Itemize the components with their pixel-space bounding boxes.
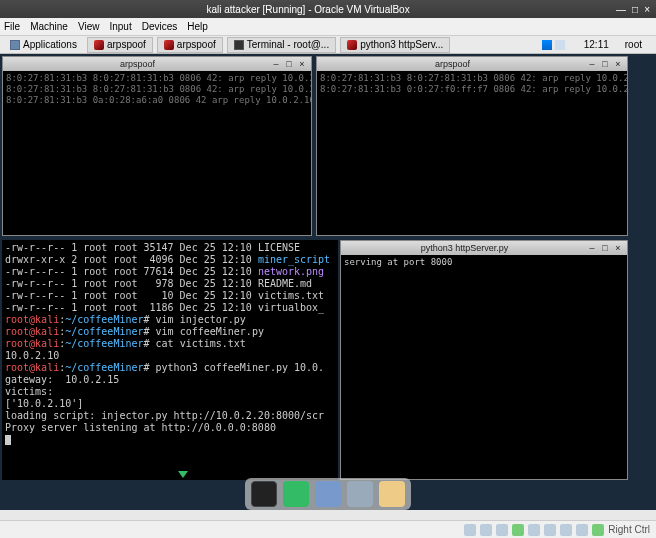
guest-desktop: arpspoof – □ × 8:0:27:81:31:b3 8:0:27:81… (0, 54, 656, 510)
minimize-button[interactable]: — (616, 4, 626, 15)
menu-machine[interactable]: Machine (30, 21, 68, 32)
dock-app-icon[interactable] (283, 481, 309, 507)
terminal-titlebar[interactable]: arpspoof – □ × (3, 57, 311, 71)
applications-label: Applications (23, 39, 77, 50)
vbox-mouse-icon[interactable] (592, 524, 604, 536)
terminal-title: python3 httpServer.py (345, 243, 584, 253)
close-button[interactable]: × (644, 4, 650, 15)
applications-icon (10, 40, 20, 50)
terminal-icon (234, 40, 244, 50)
terminal-output: 8:0:27:81:31:b3 8:0:27:81:31:b3 0806 42:… (3, 71, 311, 235)
cursor (5, 435, 11, 445)
taskbar-label: arpspoof (177, 39, 216, 50)
menu-devices[interactable]: Devices (142, 21, 178, 32)
vbox-audio-icon[interactable] (496, 524, 508, 536)
vbox-shared-icon[interactable] (544, 524, 556, 536)
terminal-httpserver[interactable]: python3 httpServer.py – □ × serving at p… (340, 240, 628, 480)
minimize-icon[interactable]: – (587, 243, 597, 253)
terminal-root-main[interactable]: -rw-r--r-- 1 root root 35147 Dec 25 12:1… (2, 240, 338, 480)
terminal-titlebar[interactable]: arpspoof – □ × (317, 57, 627, 71)
terminal-output: -rw-r--r-- 1 root root 35147 Dec 25 12:1… (2, 240, 338, 480)
terminal-output: serving at port 8000 (341, 255, 627, 479)
dock-terminal-icon[interactable] (251, 481, 277, 507)
guest-panel: Applications arpspoof arpspoof Terminal … (0, 36, 656, 54)
workspace-icon (542, 40, 552, 50)
workspace-icon (555, 40, 565, 50)
terminal-arpspoof-right[interactable]: arpspoof – □ × 8:0:27:81:31:b3 8:0:27:81… (316, 56, 628, 236)
maximize-icon[interactable]: □ (284, 59, 294, 69)
taskbar-item-terminal[interactable]: Terminal - root@... (227, 37, 336, 53)
vbox-optical-icon[interactable] (480, 524, 492, 536)
taskbar-item-arpspoof-2[interactable]: arpspoof (157, 37, 223, 53)
xterm-icon (94, 40, 104, 50)
taskbar-label: arpspoof (107, 39, 146, 50)
user-menu[interactable]: root (619, 37, 648, 53)
applications-menu[interactable]: Applications (4, 37, 83, 53)
user-label: root (625, 39, 642, 50)
vbox-disk-icon[interactable] (464, 524, 476, 536)
close-icon[interactable]: × (613, 243, 623, 253)
taskbar-item-arpspoof-1[interactable]: arpspoof (87, 37, 153, 53)
dock-files-icon[interactable] (315, 481, 341, 507)
maximize-button[interactable]: □ (632, 4, 638, 15)
vbox-usb-icon[interactable] (528, 524, 540, 536)
clock[interactable]: 12:11 (578, 37, 615, 53)
dock-indicator-icon (178, 471, 188, 478)
menu-view[interactable]: View (78, 21, 100, 32)
dock-notes-icon[interactable] (379, 481, 405, 507)
taskbar-item-python[interactable]: python3 httpServ... (340, 37, 450, 53)
vbox-network-icon[interactable] (512, 524, 524, 536)
vbox-display-icon[interactable] (560, 524, 572, 536)
vbox-menubar: File Machine View Input Devices Help (0, 18, 656, 36)
close-icon[interactable]: × (297, 59, 307, 69)
dock-editor-icon[interactable] (347, 481, 373, 507)
minimize-icon[interactable]: – (587, 59, 597, 69)
menu-input[interactable]: Input (109, 21, 131, 32)
maximize-icon[interactable]: □ (600, 243, 610, 253)
vbox-titlebar: kali attacker [Running] - Oracle VM Virt… (0, 0, 656, 18)
clock-label: 12:11 (584, 39, 609, 50)
xterm-icon (164, 40, 174, 50)
dock (245, 478, 411, 510)
menu-help[interactable]: Help (187, 21, 208, 32)
vbox-hostkey-label: Right Ctrl (608, 524, 650, 535)
close-icon[interactable]: × (613, 59, 623, 69)
maximize-icon[interactable]: □ (600, 59, 610, 69)
minimize-icon[interactable]: – (271, 59, 281, 69)
terminal-output: 8:0:27:81:31:b3 8:0:27:81:31:b3 0806 42:… (317, 71, 627, 235)
menu-file[interactable]: File (4, 21, 20, 32)
xterm-icon (347, 40, 357, 50)
taskbar-label: Terminal - root@... (247, 39, 329, 50)
terminal-titlebar[interactable]: python3 httpServer.py – □ × (341, 241, 627, 255)
workspace-switcher[interactable] (536, 37, 574, 53)
taskbar-label: python3 httpServ... (360, 39, 443, 50)
terminal-title: arpspoof (7, 59, 268, 69)
vbox-title: kali attacker [Running] - Oracle VM Virt… (6, 4, 610, 15)
vbox-statusbar: Right Ctrl (0, 520, 656, 538)
vbox-record-icon[interactable] (576, 524, 588, 536)
terminal-title: arpspoof (321, 59, 584, 69)
terminal-arpspoof-left[interactable]: arpspoof – □ × 8:0:27:81:31:b3 8:0:27:81… (2, 56, 312, 236)
